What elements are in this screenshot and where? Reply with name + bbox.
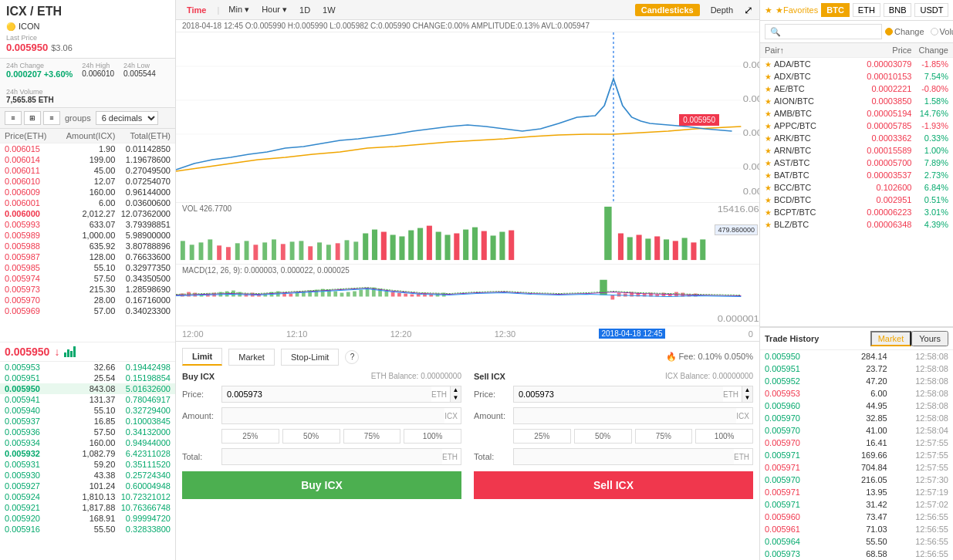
table-row[interactable]: 0.0060151.900.01142850 [0, 143, 175, 154]
eth-tab[interactable]: ETH [853, 3, 880, 17]
list-item[interactable]: ★APPC/BTC0.00005785-1.93% [760, 120, 953, 132]
buy-form: Buy ICX ETH Balance: 0.00000000 Price: E… [182, 372, 461, 499]
sell-25pct[interactable]: 25% [513, 429, 571, 444]
sell-price-down-btn[interactable]: ▼ [742, 394, 752, 402]
table-row[interactable]: 0.00601012.070.07254070 [0, 176, 175, 187]
sell-button[interactable]: Sell ICX [474, 471, 753, 499]
price-up-btn[interactable]: ▲ [450, 386, 461, 394]
table-row[interactable]: 0.005988635.923.80788896 [0, 241, 175, 251]
stop-limit-tab[interactable]: Stop-Limit [281, 349, 340, 366]
buy-amount-input[interactable] [222, 408, 444, 423]
table-row[interactable]: 0.0059891,000.005.98900000 [0, 230, 175, 241]
table-row[interactable]: 0.00601145.000.27049500 [0, 165, 175, 176]
table-row[interactable]: 0.00591655.500.32833800 [0, 524, 175, 535]
table-row[interactable]: 0.005987128.000.76633600 [0, 251, 175, 262]
depth-button[interactable]: Depth [706, 4, 738, 16]
sell-total-input[interactable] [514, 449, 734, 464]
table-row[interactable]: 0.005973215.301.28598690 [0, 284, 175, 295]
table-row[interactable]: 0.00597457.500.34350500 [0, 273, 175, 284]
table-row[interactable]: 0.00595332.660.19442498 [0, 362, 175, 373]
sell-amount-input[interactable] [514, 408, 736, 423]
list-item[interactable]: ★AE/BTC0.0002221-0.80% [760, 83, 953, 95]
list-item[interactable]: ★BLZ/BTC0.000063484.39% [760, 218, 953, 231]
list-item[interactable]: ★BCPT/BTC0.000062233.01% [760, 206, 953, 218]
table-row[interactable]: 0.00597028.000.16716000 [0, 295, 175, 305]
table-row[interactable]: 0.00593657.500.34132000 [0, 427, 175, 437]
table-row[interactable]: 0.005993633.073.79398851 [0, 219, 175, 230]
table-row[interactable]: 0.00593716.850.10003845 [0, 416, 175, 427]
buy-50pct[interactable]: 50% [282, 429, 340, 444]
table-row[interactable]: 0.005950843.085.01632600 [0, 383, 175, 394]
expand-button[interactable]: ⤢ [744, 4, 753, 16]
high-value: 0.006010 [82, 69, 114, 78]
sell-75pct[interactable]: 75% [635, 429, 693, 444]
sell-50pct[interactable]: 50% [574, 429, 632, 444]
list-item[interactable]: ★ARK/BTC0.00033620.33% [760, 132, 953, 144]
list-item[interactable]: ★BAT/BTC0.000035372.73% [760, 169, 953, 181]
search-input[interactable] [765, 24, 882, 39]
table-row[interactable]: 0.005941131.370.78046917 [0, 394, 175, 405]
table-row[interactable]: 0.005920168.910.99994720 [0, 513, 175, 524]
buy-price-input[interactable] [222, 386, 431, 402]
table-row[interactable]: 0.005927101.240.60004948 [0, 481, 175, 491]
table-row[interactable]: 0.00593043.380.25724340 [0, 470, 175, 481]
sell-price-input[interactable] [514, 386, 723, 402]
table-row[interactable]: 0.0059211,817.8810.76366748 [0, 502, 175, 513]
table-row[interactable]: 0.00593159.200.35111520 [0, 459, 175, 470]
list-item[interactable]: ★ADA/BTC0.00003079-1.85% [760, 58, 953, 70]
volume-view-option[interactable]: Volume [931, 27, 953, 36]
yours-history-tab[interactable]: Yours [911, 331, 948, 346]
table-row[interactable]: 0.00594055.100.32729400 [0, 405, 175, 416]
change-view-option[interactable]: Change [885, 27, 924, 36]
table-row[interactable]: 0.00595125.540.15198854 [0, 373, 175, 383]
table-row[interactable]: 0.006014199.001.19678600 [0, 154, 175, 165]
limit-tab[interactable]: Limit [182, 348, 222, 366]
trade-history-header: Trade History Market Yours [760, 328, 953, 350]
buy-25pct[interactable]: 25% [221, 429, 279, 444]
price-header[interactable]: Price [857, 46, 911, 55]
svg-rect-47 [604, 207, 611, 260]
table-row[interactable]: 0.0060016.000.03600600 [0, 197, 175, 208]
buy-75pct[interactable]: 75% [343, 429, 401, 444]
table-row[interactable]: 0.006009160.000.96144000 [0, 187, 175, 197]
table-row[interactable]: 0.005934160.000.94944000 [0, 437, 175, 448]
list-item[interactable]: ★AST/BTC0.000057007.89% [760, 157, 953, 169]
usdt-tab[interactable]: USDT [914, 3, 948, 17]
list-item[interactable]: ★ARN/BTC0.000155891.00% [760, 144, 953, 157]
table-row[interactable]: 0.00598555.100.32977350 [0, 262, 175, 273]
help-tab[interactable]: ? [345, 350, 359, 364]
list-item[interactable]: ★AION/BTC0.00038501.58% [760, 95, 953, 107]
market-tab[interactable]: Market [228, 349, 275, 366]
pair-header[interactable]: Pair↑ [765, 46, 857, 55]
min-button[interactable]: Min ▾ [225, 3, 252, 16]
decimals-select[interactable]: 6 decimals [96, 111, 158, 125]
list-item[interactable]: ★BCD/BTC0.0029510.51% [760, 194, 953, 206]
1d-button[interactable]: 1D [296, 4, 313, 16]
svg-rect-12 [199, 242, 204, 260]
table-row[interactable]: 0.00596957.000.34023300 [0, 305, 175, 316]
hour-button[interactable]: Hour ▾ [259, 3, 290, 16]
change-header[interactable]: Change [911, 46, 948, 55]
buy-button[interactable]: Buy ICX [182, 471, 461, 499]
view-btn-2[interactable]: ⊞ [24, 111, 41, 125]
buy-100pct[interactable]: 100% [404, 429, 461, 444]
market-history-tab[interactable]: Market [870, 331, 912, 346]
bnb-tab[interactable]: BNB [884, 3, 912, 17]
time-button[interactable]: Time [182, 4, 211, 16]
price-stepper: ▲ ▼ [450, 386, 461, 402]
view-btn-3[interactable]: ≡ [43, 111, 60, 125]
buy-total-input[interactable] [222, 449, 442, 464]
list-item[interactable]: ★ADX/BTC0.000101537.54% [760, 70, 953, 83]
price-down-btn[interactable]: ▼ [450, 394, 461, 402]
list-item[interactable]: ★AMB/BTC0.0000519414.76% [760, 107, 953, 120]
1w-button[interactable]: 1W [319, 4, 339, 16]
table-row[interactable]: 0.0059321,082.796.42311028 [0, 448, 175, 459]
table-row[interactable]: 0.0060002,012.2712.07362000 [0, 208, 175, 219]
sell-100pct[interactable]: 100% [695, 429, 753, 444]
list-item[interactable]: ★BCC/BTC0.1026006.84% [760, 181, 953, 194]
view-btn-1[interactable]: ≡ [5, 111, 22, 125]
btc-tab[interactable]: BTC [821, 3, 850, 17]
table-row[interactable]: 0.0059241,810.1310.72321012 [0, 491, 175, 502]
candlesticks-button[interactable]: Candlesticks [635, 4, 700, 16]
sell-price-up-btn[interactable]: ▲ [742, 386, 752, 394]
